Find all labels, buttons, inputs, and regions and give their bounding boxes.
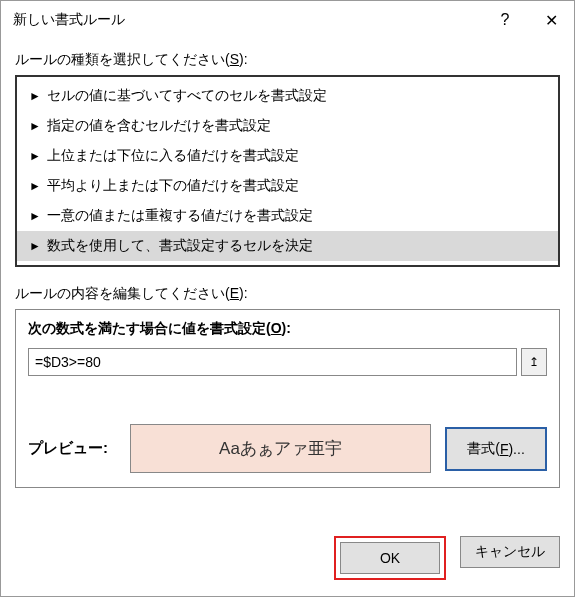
rule-type-item[interactable]: ► 指定の値を含むセルだけを書式設定 — [17, 111, 558, 141]
rule-type-section-label: ルールの種類を選択してください(S): — [15, 51, 560, 69]
close-button[interactable]: ✕ — [528, 1, 574, 39]
rule-edit-section-label: ルールの内容を編集してください(E): — [15, 285, 560, 303]
arrow-icon: ► — [29, 209, 41, 223]
new-format-rule-dialog: 新しい書式ルール ? ✕ ルールの種類を選択してください(S): ► セルの値に… — [0, 0, 575, 597]
rule-type-item[interactable]: ► 上位または下位に入る値だけを書式設定 — [17, 141, 558, 171]
preview-label: プレビュー: — [28, 439, 116, 458]
dialog-button-row: OK キャンセル — [1, 524, 574, 596]
arrow-icon: ► — [29, 119, 41, 133]
dialog-title: 新しい書式ルール — [13, 11, 125, 29]
preview-row: プレビュー: Aaあぁアァ亜宇 書式(F)... — [28, 424, 547, 473]
preview-sample: Aaあぁアァ亜宇 — [130, 424, 431, 473]
rule-type-list[interactable]: ► セルの値に基づいてすべてのセルを書式設定 ► 指定の値を含むセルだけを書式設… — [15, 75, 560, 267]
rule-edit-box: 次の数式を満たす場合に値を書式設定(O): ↥ プレビュー: Aaあぁアァ亜宇 … — [15, 309, 560, 488]
formula-label: 次の数式を満たす場合に値を書式設定(O): — [28, 320, 547, 338]
rule-type-item[interactable]: ► セルの値に基づいてすべてのセルを書式設定 — [17, 81, 558, 111]
collapse-reference-button[interactable]: ↥ — [521, 348, 547, 376]
rule-type-item[interactable]: ► 平均より上または下の値だけを書式設定 — [17, 171, 558, 201]
rule-type-label: セルの値に基づいてすべてのセルを書式設定 — [47, 87, 327, 105]
rule-type-item[interactable]: ► 一意の値または重複する値だけを書式設定 — [17, 201, 558, 231]
arrow-icon: ► — [29, 89, 41, 103]
rule-type-label: 上位または下位に入る値だけを書式設定 — [47, 147, 299, 165]
arrow-icon: ► — [29, 239, 41, 253]
help-button[interactable]: ? — [482, 1, 528, 39]
rule-type-label: 数式を使用して、書式設定するセルを決定 — [47, 237, 313, 255]
format-button[interactable]: 書式(F)... — [445, 427, 547, 471]
ok-button-highlight: OK — [334, 536, 446, 580]
formula-input[interactable] — [28, 348, 517, 376]
cancel-button[interactable]: キャンセル — [460, 536, 560, 568]
collapse-icon: ↥ — [529, 355, 539, 369]
arrow-icon: ► — [29, 179, 41, 193]
rule-type-item-selected[interactable]: ► 数式を使用して、書式設定するセルを決定 — [17, 231, 558, 261]
rule-type-label: 指定の値を含むセルだけを書式設定 — [47, 117, 271, 135]
rule-type-label: 平均より上または下の値だけを書式設定 — [47, 177, 299, 195]
arrow-icon: ► — [29, 149, 41, 163]
dialog-body: ルールの種類を選択してください(S): ► セルの値に基づいてすべてのセルを書式… — [1, 39, 574, 524]
titlebar: 新しい書式ルール ? ✕ — [1, 1, 574, 39]
ok-button[interactable]: OK — [340, 542, 440, 574]
rule-type-label: 一意の値または重複する値だけを書式設定 — [47, 207, 313, 225]
formula-row: ↥ — [28, 348, 547, 376]
titlebar-controls: ? ✕ — [482, 1, 574, 39]
